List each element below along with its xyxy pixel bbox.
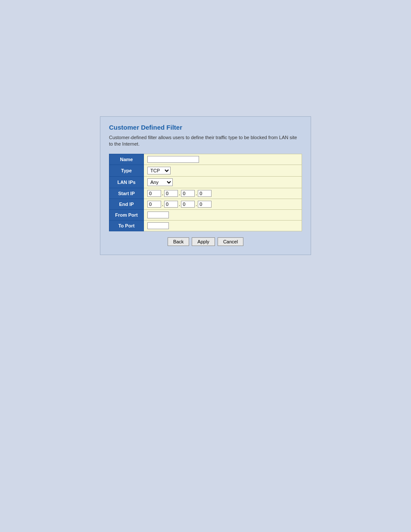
- start-ip-octet-3[interactable]: [181, 190, 195, 197]
- dialog-title: Customer Defined Filter: [109, 124, 302, 131]
- start-ip-label: Start IP: [109, 188, 144, 199]
- from-port-row: From Port: [109, 209, 302, 220]
- apply-button[interactable]: Apply: [192, 237, 215, 246]
- to-port-label: To Port: [109, 220, 144, 231]
- from-port-input[interactable]: [147, 212, 169, 218]
- name-label: Name: [109, 154, 144, 165]
- end-ip-octet-1[interactable]: [147, 201, 161, 208]
- start-ip-octet-1[interactable]: [147, 190, 161, 197]
- type-cell: TCP UDP ICMP Any: [144, 165, 302, 176]
- button-row: Back Apply Cancel: [109, 237, 302, 246]
- name-row: Name: [109, 154, 302, 165]
- form-table: Name Type TCP UDP ICMP Any LAN IPs Any: [109, 154, 302, 231]
- type-label: Type: [109, 165, 144, 176]
- lan-ips-select[interactable]: Any Single Range: [147, 178, 173, 186]
- start-ip-row: Start IP . . .: [109, 188, 302, 199]
- name-cell: [144, 154, 302, 165]
- end-ip-label: End IP: [109, 199, 144, 209]
- to-port-cell: [144, 220, 302, 231]
- dialog-description: Customer-defined filter allows users to …: [109, 134, 302, 148]
- end-ip-octet-2[interactable]: [164, 201, 178, 208]
- start-ip-octet-4[interactable]: [198, 190, 212, 197]
- lan-ips-cell: Any Single Range: [144, 176, 302, 188]
- back-button[interactable]: Back: [168, 237, 189, 246]
- start-ip-cell: . . .: [144, 188, 302, 199]
- name-input[interactable]: [147, 156, 199, 163]
- type-select[interactable]: TCP UDP ICMP Any: [147, 167, 171, 174]
- lan-ips-label: LAN IPs: [109, 176, 144, 188]
- to-port-input[interactable]: [147, 222, 169, 229]
- to-port-row: To Port: [109, 220, 302, 231]
- end-ip-cell: . . .: [144, 199, 302, 209]
- cancel-button[interactable]: Cancel: [218, 237, 243, 246]
- end-ip-group: . . .: [147, 201, 298, 208]
- end-ip-row: End IP . . .: [109, 199, 302, 209]
- start-ip-octet-2[interactable]: [164, 190, 178, 197]
- end-ip-octet-3[interactable]: [181, 201, 195, 208]
- start-ip-group: . . .: [147, 190, 298, 197]
- end-ip-octet-4[interactable]: [198, 201, 212, 208]
- customer-defined-filter-dialog: Customer Defined Filter Customer-defined…: [100, 116, 311, 255]
- lan-ips-row: LAN IPs Any Single Range: [109, 176, 302, 188]
- from-port-label: From Port: [109, 209, 144, 220]
- from-port-cell: [144, 209, 302, 220]
- type-row: Type TCP UDP ICMP Any: [109, 165, 302, 176]
